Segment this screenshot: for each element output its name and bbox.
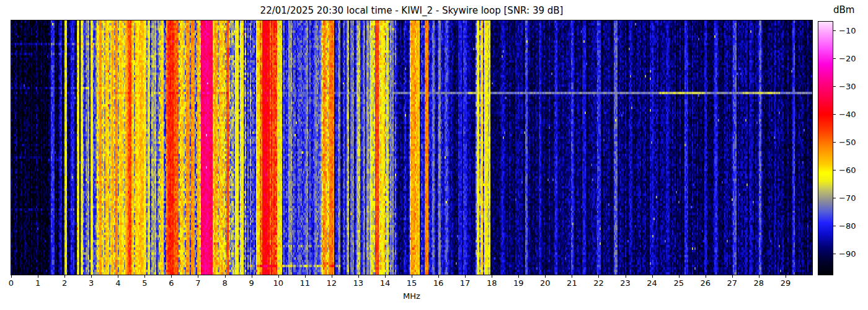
- x-tick-label: 19: [513, 278, 524, 288]
- x-tick-mark: [732, 275, 733, 278]
- x-tick-label: 7: [195, 278, 200, 288]
- x-tick-label: 14: [380, 278, 391, 288]
- plot-title: 22/01/2025 20:30 local time - KIWI_2 - S…: [260, 5, 564, 16]
- x-tick-label: 20: [540, 278, 551, 288]
- x-tick-label: 10: [273, 278, 283, 288]
- colorbar-tick-label: −80: [839, 221, 856, 231]
- x-tick-mark: [305, 275, 306, 278]
- colorbar-tick-label: −40: [839, 110, 856, 119]
- colorbar-tick-mark: [833, 198, 836, 198]
- x-tick-label: 5: [142, 278, 147, 288]
- x-tick-label: 11: [299, 278, 310, 288]
- x-tick-mark: [626, 275, 626, 278]
- colorbar-tick-label: −50: [839, 138, 856, 147]
- x-tick-label: 9: [249, 278, 254, 288]
- x-tick-label: 6: [169, 278, 174, 288]
- x-tick-mark: [91, 275, 92, 278]
- colorbar-tick-mark: [833, 254, 836, 254]
- x-tick-mark: [38, 275, 38, 278]
- colorbar-unit-label: dBm: [833, 4, 854, 16]
- x-tick-label: 12: [327, 278, 337, 288]
- x-tick-label: 18: [487, 278, 497, 288]
- colorbar-tick-label: −30: [839, 82, 856, 91]
- x-tick-label: 8: [222, 278, 227, 288]
- x-tick-label: 16: [433, 278, 444, 288]
- plot-frame: [11, 20, 813, 275]
- x-tick-mark: [438, 275, 439, 278]
- x-tick-mark: [545, 275, 546, 278]
- x-tick-label: 25: [673, 278, 684, 288]
- x-tick-mark: [171, 275, 172, 278]
- spectrogram-canvas: [11, 20, 812, 275]
- x-tick-label: 2: [62, 278, 67, 288]
- colorbar-tick-label: −10: [839, 26, 856, 35]
- x-tick-mark: [358, 275, 359, 278]
- x-tick-mark: [278, 275, 279, 278]
- x-tick-mark: [759, 275, 760, 278]
- x-tick-mark: [518, 275, 519, 278]
- x-tick-label: 23: [620, 278, 631, 288]
- x-tick-label: 1: [35, 278, 40, 288]
- x-tick-label: 27: [727, 278, 738, 288]
- colorbar-frame: [818, 21, 833, 275]
- x-tick-label: 17: [460, 278, 471, 288]
- colorbar-tick-mark: [833, 86, 836, 87]
- x-tick-mark: [11, 275, 12, 278]
- x-tick-mark: [385, 275, 386, 278]
- colorbar-tick-mark: [833, 58, 836, 59]
- colorbar-canvas: [818, 22, 833, 275]
- x-tick-mark: [786, 275, 786, 278]
- colorbar-tick-mark: [833, 30, 836, 31]
- x-tick-mark: [412, 275, 412, 278]
- x-tick-mark: [252, 275, 252, 278]
- spectrogram-figure: 22/01/2025 20:30 local time - KIWI_2 - S…: [0, 0, 868, 310]
- colorbar-tick-label: −90: [839, 249, 856, 259]
- x-tick-mark: [118, 275, 118, 278]
- x-tick-label: 15: [407, 278, 417, 288]
- x-axis-label: MHz: [403, 291, 420, 301]
- x-tick-label: 29: [781, 278, 791, 288]
- colorbar-tick-mark: [833, 226, 836, 226]
- x-tick-label: 22: [593, 278, 604, 288]
- x-tick-label: 13: [353, 278, 364, 288]
- x-tick-mark: [492, 275, 492, 278]
- colorbar-tick-mark: [833, 170, 836, 170]
- x-tick-mark: [652, 275, 653, 278]
- x-tick-label: 21: [567, 278, 577, 288]
- colorbar-tick-mark: [833, 142, 836, 143]
- x-tick-label: 24: [647, 278, 657, 288]
- x-tick-mark: [198, 275, 198, 278]
- x-tick-mark: [679, 275, 680, 278]
- x-tick-mark: [572, 275, 572, 278]
- colorbar-tick-mark: [833, 114, 836, 115]
- x-tick-mark: [64, 275, 65, 278]
- x-tick-mark: [598, 275, 599, 278]
- x-tick-label: 3: [89, 278, 94, 288]
- x-tick-mark: [465, 275, 466, 278]
- x-tick-mark: [706, 275, 706, 278]
- x-tick-label: 0: [9, 278, 14, 288]
- x-tick-label: 28: [754, 278, 764, 288]
- colorbar-tick-label: −20: [839, 54, 856, 63]
- x-tick-label: 26: [700, 278, 711, 288]
- x-tick-mark: [332, 275, 332, 278]
- x-tick-mark: [144, 275, 145, 278]
- x-tick-mark: [225, 275, 226, 278]
- colorbar-tick-label: −60: [839, 166, 856, 175]
- x-tick-label: 4: [115, 278, 120, 288]
- colorbar-tick-label: −70: [839, 193, 856, 203]
